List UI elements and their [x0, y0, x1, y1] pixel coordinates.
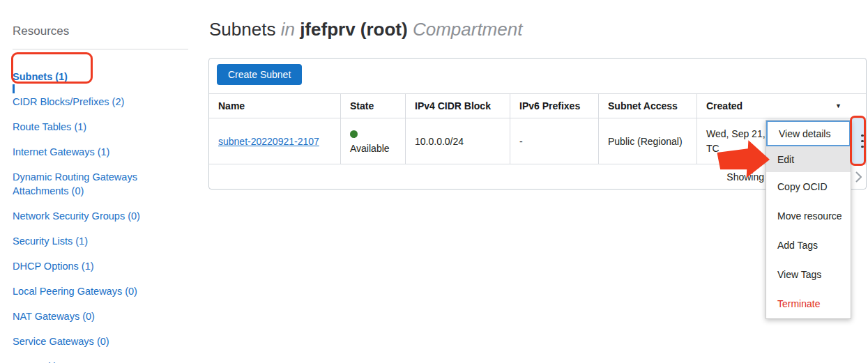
chevron-right-icon: [855, 171, 862, 183]
column-header-created-label: Created: [706, 100, 743, 111]
cell-state: Available: [340, 118, 405, 164]
sidebar-active-indicator: [13, 84, 15, 93]
column-header-name[interactable]: Name: [209, 94, 340, 118]
column-header-subnet-access[interactable]: Subnet Access: [598, 94, 696, 118]
cell-name: subnet-20220921-2107: [209, 118, 340, 164]
title-compartment-name: jfefprv (root): [300, 19, 408, 40]
column-header-ipv6-prefixes[interactable]: IPv6 Prefixes: [510, 94, 598, 118]
state-label: Available: [350, 143, 390, 154]
create-subnet-button[interactable]: Create Subnet: [217, 64, 302, 85]
row-context-menu: View details Edit Copy OCID Move resourc…: [766, 120, 851, 319]
title-resource: Subnets: [209, 19, 275, 40]
annotation-box-subnets: [11, 52, 93, 84]
menu-item-add-tags[interactable]: Add Tags: [766, 231, 851, 260]
subnet-link[interactable]: subnet-20220921-2107: [218, 136, 319, 147]
menu-item-move-resource[interactable]: Move resource: [766, 201, 851, 231]
sidebar-item-drg-attachments[interactable]: Dynamic Routing Gateways Attachments (0): [13, 170, 174, 198]
column-header-ipv4-cidr[interactable]: IPv4 CIDR Block: [405, 94, 510, 118]
menu-item-view-tags[interactable]: View Tags: [766, 260, 851, 289]
menu-item-view-details[interactable]: View details: [766, 121, 851, 146]
sidebar-item-nat-gateways[interactable]: NAT Gateways (0): [13, 309, 174, 323]
menu-item-copy-ocid[interactable]: Copy OCID: [766, 172, 851, 201]
sidebar-item-vlans[interactable]: VLANs (-): [13, 360, 174, 363]
sidebar-divider: [13, 49, 188, 49]
sidebar-nav: Subnets (1) CIDR Blocks/Prefixes (2) Rou…: [13, 70, 195, 363]
sidebar-heading: Resources: [13, 25, 195, 38]
menu-item-terminate[interactable]: Terminate: [766, 289, 851, 318]
column-header-state[interactable]: State: [340, 94, 405, 118]
sidebar-item-route-tables[interactable]: Route Tables (1): [13, 120, 174, 134]
status-available-icon: [350, 130, 358, 138]
sidebar-item-service-gateways[interactable]: Service Gateways (0): [13, 334, 174, 348]
page-title: Subnets in jfefprv (root) Compartment: [209, 19, 522, 40]
annotation-box-kebab: [850, 116, 866, 166]
sidebar-item-network-security-groups[interactable]: Network Security Groups (0): [13, 209, 174, 223]
sidebar-item-dhcp-options[interactable]: DHCP Options (1): [13, 259, 174, 273]
annotation-arrow-edit: [715, 136, 772, 182]
cell-ipv6-prefixes: -: [510, 118, 598, 164]
cell-ipv4-cidr: 10.0.0.0/24: [405, 118, 510, 164]
sidebar-item-local-peering-gateways[interactable]: Local Peering Gateways (0): [13, 284, 174, 298]
sidebar-item-security-lists[interactable]: Security Lists (1): [13, 234, 174, 248]
column-header-created[interactable]: Created ▼: [696, 94, 850, 118]
oci-subnets-screen: Resources Subnets (1) CIDR Blocks/Prefix…: [0, 0, 868, 363]
sidebar-item-internet-gateways[interactable]: Internet Gateways (1): [13, 145, 174, 159]
menu-item-edit[interactable]: Edit: [766, 146, 851, 172]
sidebar-item-cidr-blocks[interactable]: CIDR Blocks/Prefixes (2): [13, 95, 174, 109]
pagination-next-button[interactable]: [850, 164, 866, 189]
sort-caret-icon[interactable]: ▼: [835, 102, 842, 109]
title-in-word: in: [281, 19, 295, 40]
title-compartment-word: Compartment: [413, 19, 523, 40]
column-header-actions: [850, 94, 866, 118]
cell-subnet-access: Public (Regional): [598, 118, 696, 164]
table-header-row: Name State IPv4 CIDR Block IPv6 Prefixes…: [209, 93, 866, 118]
